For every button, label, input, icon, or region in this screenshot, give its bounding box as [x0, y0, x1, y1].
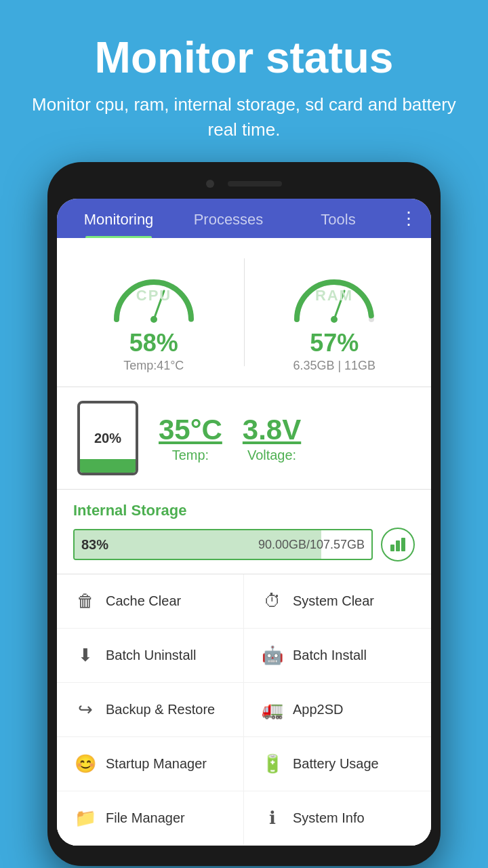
speaker-bar [228, 181, 282, 186]
tool-item-cache-clear[interactable]: 🗑Cache Clear [57, 574, 244, 629]
tool-label-startup-manager: Startup Manager [106, 756, 207, 772]
phone-screen: Monitoring Processes Tools ⋮ [57, 199, 431, 846]
tool-item-file-manager[interactable]: 📁File Manager [57, 791, 244, 846]
battery-percent: 20% [94, 431, 121, 446]
battery-temp-stat: 35°C Temp: [159, 414, 222, 463]
ram-size: 6.35GB | 11GB [293, 359, 375, 373]
battery-visual: 20% [77, 401, 138, 475]
tool-label-app2sd: App2SD [293, 702, 344, 717]
storage-bar-container: 83% 90.00GB/107.57GB [73, 529, 373, 560]
tool-item-system-clear[interactable]: ⏱System Clear [244, 574, 431, 629]
more-menu-button[interactable]: ⋮ [393, 201, 424, 236]
svg-text:CPU: CPU [136, 287, 171, 304]
tool-icon-system-info: ℹ [262, 808, 283, 829]
cpu-gauge-svg: CPU [103, 252, 205, 333]
cpu-gauge-section: CPU 58% Temp:41°C [64, 252, 244, 373]
tool-label-cache-clear: Cache Clear [106, 593, 181, 609]
storage-bar-wrap: 83% 90.00GB/107.57GB [73, 528, 415, 561]
tool-icon-system-clear: ⏱ [262, 591, 283, 612]
tool-item-app2sd[interactable]: 🚛App2SD [244, 683, 431, 737]
tab-tools[interactable]: Tools [283, 199, 393, 238]
storage-percent-label: 83% [81, 537, 108, 553]
tool-icon-batch-install: 🤖 [262, 645, 283, 666]
tool-label-backup-&-restore: Backup & Restore [106, 702, 215, 717]
battery-voltage-label: Voltage: [247, 448, 296, 463]
tool-icon-battery-usage: 🔋 [262, 753, 283, 774]
tools-grid: 🗑Cache Clear⏱System Clear⬇Batch Uninstal… [57, 574, 431, 846]
phone-frame: Monitoring Processes Tools ⋮ [47, 162, 441, 866]
tool-item-startup-manager[interactable]: 😊Startup Manager [57, 737, 244, 791]
tab-processes[interactable]: Processes [174, 199, 283, 238]
tool-item-system-info[interactable]: ℹSystem Info [244, 791, 431, 846]
tool-item-batch-install[interactable]: 🤖Batch Install [244, 629, 431, 683]
storage-title: Internal Storage [73, 502, 415, 519]
phone-top-bar [57, 176, 431, 192]
tool-icon-backup-&-restore: ↪ [75, 699, 96, 720]
svg-rect-7 [396, 540, 400, 551]
gauges-row: CPU 58% Temp:41°C [57, 238, 431, 387]
monitor-content: CPU 58% Temp:41°C [57, 238, 431, 846]
tool-label-battery-usage: Battery Usage [293, 756, 379, 772]
battery-voltage-stat: 3.8V Voltage: [243, 414, 301, 463]
svg-rect-6 [390, 545, 394, 551]
cpu-gauge: CPU [103, 252, 205, 326]
svg-rect-8 [401, 538, 405, 551]
storage-size-label: 90.00GB/107.57GB [258, 538, 365, 552]
battery-row: 20% 35°C Temp: 3.8V Voltage: [57, 387, 431, 490]
tool-item-backup-&-restore[interactable]: ↪Backup & Restore [57, 683, 244, 737]
ram-gauge-section: RAM 57% 6.35GB | 11GB [245, 252, 425, 373]
app-nav: Monitoring Processes Tools ⋮ [57, 199, 431, 238]
storage-chart-button[interactable] [381, 528, 415, 561]
tab-monitoring[interactable]: Monitoring [64, 199, 174, 238]
phone-wrapper: Monitoring Processes Tools ⋮ [0, 162, 488, 866]
bar-chart-icon [388, 535, 407, 554]
ram-gauge-svg: RAM [283, 252, 385, 333]
tool-label-batch-install: Batch Install [293, 648, 367, 663]
battery-stats: 35°C Temp: 3.8V Voltage: [159, 414, 301, 463]
svg-text:RAM: RAM [315, 287, 353, 304]
tool-label-batch-uninstall: Batch Uninstall [106, 648, 196, 663]
tool-icon-file-manager: 📁 [75, 808, 96, 829]
tool-icon-startup-manager: 😊 [75, 753, 96, 774]
page-title: Monitor status [27, 34, 461, 81]
tool-icon-app2sd: 🚛 [262, 699, 283, 720]
page-subtitle: Monitor cpu, ram, internal storage, sd c… [27, 92, 461, 142]
battery-temp-value: 35°C [159, 414, 222, 446]
cpu-percent: 58% [129, 329, 178, 357]
camera-dot [206, 180, 214, 188]
svg-point-1 [150, 316, 157, 323]
storage-row: Internal Storage 83% 90.00GB/107.57GB [57, 490, 431, 574]
tool-label-system-info: System Info [293, 810, 365, 826]
cpu-temp: Temp:41°C [123, 359, 184, 373]
tool-label-system-clear: System Clear [293, 593, 374, 609]
header-section: Monitor status Monitor cpu, ram, interna… [0, 0, 488, 162]
battery-voltage-value: 3.8V [243, 414, 301, 446]
battery-icon-wrap: 20% [77, 401, 138, 475]
ram-percent: 57% [310, 329, 359, 357]
tool-item-battery-usage[interactable]: 🔋Battery Usage [244, 737, 431, 791]
battery-fill [80, 459, 136, 473]
tool-item-batch-uninstall[interactable]: ⬇Batch Uninstall [57, 629, 244, 683]
tool-icon-batch-uninstall: ⬇ [75, 645, 96, 666]
battery-temp-label: Temp: [172, 448, 209, 463]
tool-label-file-manager: File Manager [106, 810, 185, 826]
svg-point-4 [331, 316, 338, 323]
ram-gauge: RAM [283, 252, 385, 326]
tool-icon-cache-clear: 🗑 [75, 591, 96, 612]
